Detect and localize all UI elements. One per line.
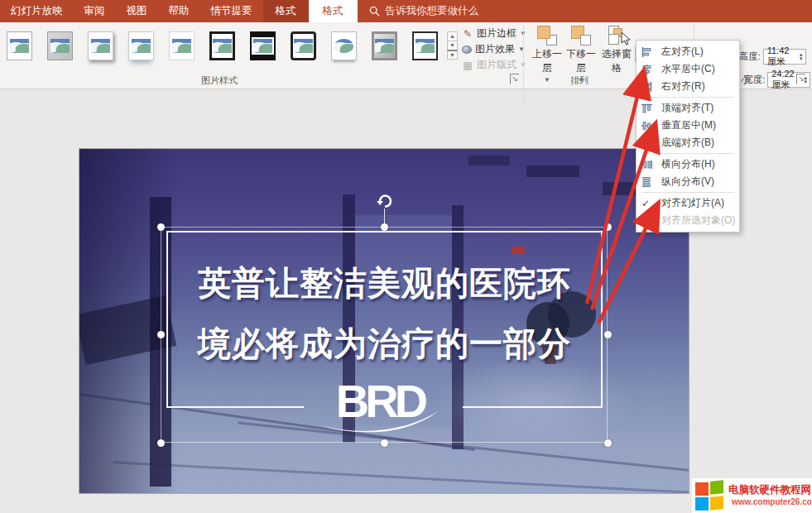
picture-effects-button[interactable]: 图片效果 ▼ [462,42,525,56]
menu-item-label: 横向分布(H) [661,157,715,171]
spinner-icon[interactable]: ▲▼ [799,53,804,61]
picture-style-thumb[interactable] [47,31,73,60]
selection-handle-bottom-center[interactable] [381,439,388,447]
align-right-icon [641,82,652,92]
menu-item-label: 左对齐(L) [661,45,704,59]
height-field-row: ↕ 高度: 11.42 厘米 ▲▼ [732,49,806,65]
picture-layout-label: 图片版式 [477,58,517,72]
menu-item-align-left[interactable]: 左对齐(L) [637,43,739,60]
tab-view[interactable]: 视图 [116,0,158,22]
picture-layout-button: ▦ 图片版式 ▼ [462,58,526,72]
picture-style-thumb[interactable] [128,31,154,60]
effects-sphere-icon [462,46,472,54]
rotate-handle-icon[interactable] [376,192,394,210]
height-value: 11.42 厘米 [767,46,799,68]
tab-format-drawing[interactable]: 格式 [263,0,309,22]
selection-handle-middle-right[interactable] [604,331,612,338]
menu-item-label: 纵向分布(V) [661,175,714,189]
layout-grid-icon: ▦ [462,60,473,71]
pen-icon: ✎ [462,28,473,40]
selection-handle-middle-left[interactable] [157,331,165,338]
menu-item-align-selected-objects: 对齐所选对象(O) [637,212,739,229]
picture-style-thumb[interactable] [7,31,32,60]
picture-border-button[interactable]: ✎ 图片边框 ▼ [462,26,526,41]
align-top-icon [641,103,652,113]
windows-flag-icon [695,481,725,511]
selection-handle-top-right[interactable] [604,223,612,231]
size-dialog-launcher-icon[interactable]: ↘ [795,74,806,84]
menu-item-label: 右对齐(R) [661,79,705,93]
bring-forward-label: 上移一层 [532,48,562,74]
menu-item-label: 对齐所选对象(O) [661,213,735,228]
bring-forward-icon [536,26,558,46]
menu-item-align-center[interactable]: 水平居中(C) [637,60,739,78]
selection-handle-bottom-left[interactable] [157,439,165,447]
checkmark-icon: ✓ [641,198,658,209]
menu-item-distribute-horizontal[interactable]: 横向分布(H) [637,156,739,173]
tell-me-label: 告诉我你想要做什么 [386,4,479,18]
ceiling-light-panel [468,156,510,165]
tab-help[interactable]: 帮助 [158,0,200,22]
distribute-horizontal-icon [641,160,652,170]
picture-style-thumb[interactable] [291,31,316,60]
gallery-more-icon[interactable]: ▼ [447,50,458,60]
align-left-icon [641,47,652,57]
height-input[interactable]: 11.42 厘米 ▲▼ [763,49,806,65]
picture-style-thumb[interactable] [250,31,276,60]
picture-style-thumb[interactable] [209,31,235,60]
picture-style-thumb[interactable] [372,31,397,60]
tab-review[interactable]: 审阅 [74,0,116,22]
menu-item-distribute-vertical[interactable]: 纵向分布(V) [637,173,739,190]
picture-style-thumb[interactable] [169,31,195,60]
send-backward-icon [570,26,592,46]
rotate-handle-stem [384,209,385,227]
distribute-vertical-icon [641,177,652,187]
arrange-group-label: 排列 [546,74,613,87]
align-bottom-icon [641,138,652,148]
tab-format-picture-active[interactable]: 格式 [309,0,358,22]
send-backward-label: 下移一层 [566,48,596,74]
watermark-site-url: www.computer26.com [732,497,812,506]
menu-item-align-top[interactable]: 顶端对齐(T) [637,99,739,117]
picture-styles-group-label: 图片样式 [178,74,261,87]
site-watermark: 电脑软硬件教程网 www.computer26.com [692,478,812,513]
menu-item-align-to-slide[interactable]: ✓ 对齐幻灯片(A) [637,194,739,212]
align-middle-icon [641,121,652,131]
menu-item-label: 水平居中(C) [661,62,715,76]
align-dropdown-menu: 左对齐(L) 水平居中(C) 右对齐(R) 顶端对齐(T) 垂直居中(M) 底端… [636,40,740,233]
watermark-site-name: 电脑软硬件教程网 [728,483,811,497]
powerpoint-window: 幻灯片放映 审阅 视图 帮助 情节提要 格式 格式 告诉我你想要做什么 ▲ ▼ … [0,0,812,513]
picture-styles-dialog-launcher-icon[interactable]: ↘ [509,74,520,84]
picture-effects-label: 图片效果 [475,42,515,56]
selection-handle-bottom-right[interactable] [604,439,612,447]
picture-border-label: 图片边框 [477,26,517,41]
menu-item-label: 顶端对齐(T) [661,101,714,115]
picture-style-thumb[interactable] [412,31,438,60]
search-icon [369,6,380,17]
selection-outline [161,227,608,443]
slide-canvas[interactable]: 英普让整洁美观的医院环 境必将成为治疗的一部分 BRD [79,148,689,494]
ribbon-tab-bar: 幻灯片放映 审阅 视图 帮助 情节提要 格式 格式 告诉我你想要做什么 [0,0,812,22]
height-label: 高度: [739,50,761,63]
menu-item-align-bottom[interactable]: 底端对齐(B) [637,134,739,151]
mouse-cursor [620,31,632,46]
menu-item-label: 垂直居中(M) [661,118,716,132]
gallery-scrollbar: ▲ ▼ ▼ [447,31,458,59]
picture-style-thumb[interactable] [88,31,113,60]
menu-item-label: 底端对齐(B) [661,136,714,150]
menu-item-align-middle[interactable]: 垂直居中(M) [637,117,739,134]
tab-slideshow[interactable]: 幻灯片放映 [0,0,74,22]
selection-handle-top-left[interactable] [157,223,165,231]
tell-me-box[interactable]: 告诉我你想要做什么 [358,0,479,22]
menu-item-align-right[interactable]: 右对齐(R) [637,78,739,95]
floor-seam [113,461,689,494]
menu-item-label: 对齐幻灯片(A) [661,196,724,210]
picture-style-thumb[interactable] [331,31,357,60]
selection-pane-label: 选择窗格 [602,48,632,74]
ceiling-light-panel [526,165,579,177]
tab-storyboard[interactable]: 情节提要 [200,0,263,22]
align-center-icon [641,65,652,74]
